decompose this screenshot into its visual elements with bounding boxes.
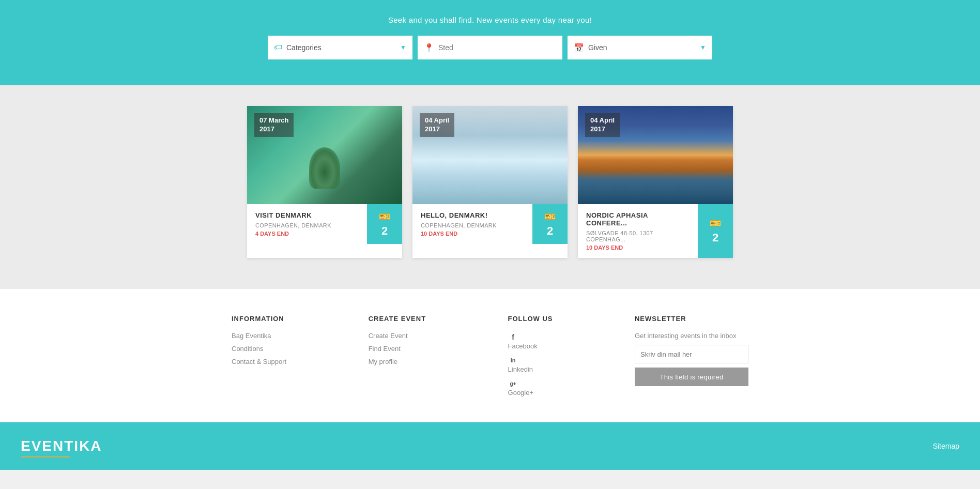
card-days-3: 10 DAYS END <box>586 244 691 251</box>
sitemap-link[interactable]: Sitemap <box>933 442 959 450</box>
card-location-3: SØLVGADE 48-50, 1307 COPENHAG... <box>586 230 691 242</box>
hero-section: Seek and you shall find. New events ever… <box>0 0 980 85</box>
information-heading: INFORMATION <box>232 315 286 323</box>
footer-bottom: EVENTIKA Sitemap <box>0 422 980 470</box>
linkedin-label: Linkedin <box>508 365 533 373</box>
card-ticket-2[interactable]: 🎫 2 <box>532 204 568 244</box>
card-body-2: HELLO, DENMARK! COPENHAGEN, DENMARK 10 D… <box>412 204 568 244</box>
date-field[interactable]: 📅 Given ▼ <box>568 36 712 59</box>
location-field[interactable]: 📍 <box>418 36 562 59</box>
location-icon: 📍 <box>424 43 434 53</box>
card-image-1: 07 March 2017 <box>247 106 402 204</box>
footer-main: INFORMATION Bag Eventika Conditions Cont… <box>0 289 980 422</box>
hero-tagline: Seek and you shall find. New events ever… <box>10 16 970 24</box>
ticket-count-3: 2 <box>712 231 718 244</box>
card-days-2: 10 DAYS END <box>421 231 525 237</box>
googleplus-icon: g+ <box>508 378 518 389</box>
card-title-2: HELLO, DENMARK! <box>421 211 525 219</box>
location-input[interactable] <box>438 43 556 52</box>
event-card-1[interactable]: 07 March 2017 VISIT DENMARK COPENHAGEN, … <box>247 106 402 258</box>
card-info-2: HELLO, DENMARK! COPENHAGEN, DENMARK 10 D… <box>412 204 532 244</box>
event-card-2[interactable]: 04 April 2017 HELLO, DENMARK! COPENHAGEN… <box>412 106 568 258</box>
card-date-3: 04 April 2017 <box>585 113 620 137</box>
footer-columns: INFORMATION Bag Eventika Conditions Cont… <box>232 315 748 402</box>
newsletter-submit-button[interactable]: This field is required <box>635 368 748 386</box>
chevron-down-icon: ▼ <box>400 44 406 51</box>
link-my-profile[interactable]: My profile <box>369 358 426 365</box>
card-location-2: COPENHAGEN, DENMARK <box>421 222 525 228</box>
linkedin-icon: in <box>508 355 518 365</box>
card-info-1: VISIT DENMARK COPENHAGEN, DENMARK 4 DAYS… <box>247 204 367 244</box>
footer-col-information: INFORMATION Bag Eventika Conditions Cont… <box>232 315 286 402</box>
card-title-3: NORDIC APHASIA CONFERE... <box>586 211 691 227</box>
card-info-3: NORDIC APHASIA CONFERE... SØLVGADE 48-50… <box>578 204 698 258</box>
date-select[interactable]: Given <box>588 43 697 52</box>
social-link-googleplus[interactable]: g+ Google+ <box>508 378 553 396</box>
ticket-icon-2: 🎫 <box>544 211 556 222</box>
card-body-1: VISIT DENMARK COPENHAGEN, DENMARK 4 DAYS… <box>247 204 402 244</box>
search-bar: 🏷 Categories ▼ 📍 📅 Given ▼ <box>268 36 712 59</box>
link-bag-eventika[interactable]: Bag Eventika <box>232 332 286 340</box>
newsletter-description: Get interesting events in the inbox <box>635 332 748 340</box>
calendar-icon: 📅 <box>574 43 584 53</box>
link-contact-support[interactable]: Contact & Support <box>232 358 286 365</box>
ticket-count-2: 2 <box>547 224 553 238</box>
events-grid: 07 March 2017 VISIT DENMARK COPENHAGEN, … <box>232 106 748 258</box>
footer-col-newsletter: NEWSLETTER Get interesting events in the… <box>635 315 748 402</box>
card-image-2: 04 April 2017 <box>412 106 568 204</box>
facebook-icon: f <box>508 332 518 342</box>
card-location-1: COPENHAGEN, DENMARK <box>255 222 360 228</box>
card-date-2: 04 April 2017 <box>420 113 454 137</box>
facebook-label: Facebook <box>508 342 538 350</box>
card-days-1: 4 DAYS END <box>255 231 360 237</box>
social-link-facebook[interactable]: f Facebook <box>508 332 553 350</box>
card-ticket-3[interactable]: 🎫 2 <box>698 204 733 258</box>
link-conditions[interactable]: Conditions <box>232 345 286 353</box>
card-title-1: VISIT DENMARK <box>255 211 360 219</box>
ticket-icon-3: 🎫 <box>710 218 721 229</box>
ticket-count-1: 2 <box>381 224 388 238</box>
googleplus-label: Google+ <box>508 389 534 396</box>
newsletter-heading: NEWSLETTER <box>635 315 748 323</box>
newsletter-email-input[interactable] <box>635 345 748 363</box>
ticket-icon-1: 🎫 <box>379 211 390 222</box>
events-section: 07 March 2017 VISIT DENMARK COPENHAGEN, … <box>0 85 980 289</box>
link-create-event[interactable]: Create Event <box>369 332 426 340</box>
brand-logo: EVENTIKA <box>21 438 102 454</box>
chevron-down-icon-date: ▼ <box>700 44 706 51</box>
card-body-3: NORDIC APHASIA CONFERE... SØLVGADE 48-50… <box>578 204 733 258</box>
card-image-3: 04 April 2017 <box>578 106 733 204</box>
categories-field[interactable]: 🏷 Categories ▼ <box>268 36 412 59</box>
event-card-3[interactable]: 04 April 2017 NORDIC APHASIA CONFERE... … <box>578 106 733 258</box>
categories-select[interactable]: Categories <box>286 43 397 52</box>
social-link-linkedin[interactable]: in Linkedin <box>508 355 553 373</box>
footer-col-follow-us: FOLLOW US f Facebook in Linkedin g+ Goog… <box>508 315 553 402</box>
link-find-event[interactable]: Find Event <box>369 345 426 353</box>
follow-us-heading: FOLLOW US <box>508 315 553 323</box>
footer-col-create-event: CREATE EVENT Create Event Find Event My … <box>369 315 426 402</box>
create-event-heading: CREATE EVENT <box>369 315 426 323</box>
tag-icon: 🏷 <box>274 43 282 52</box>
card-date-1: 07 March 2017 <box>254 113 294 137</box>
card-ticket-1[interactable]: 🎫 2 <box>367 204 402 244</box>
